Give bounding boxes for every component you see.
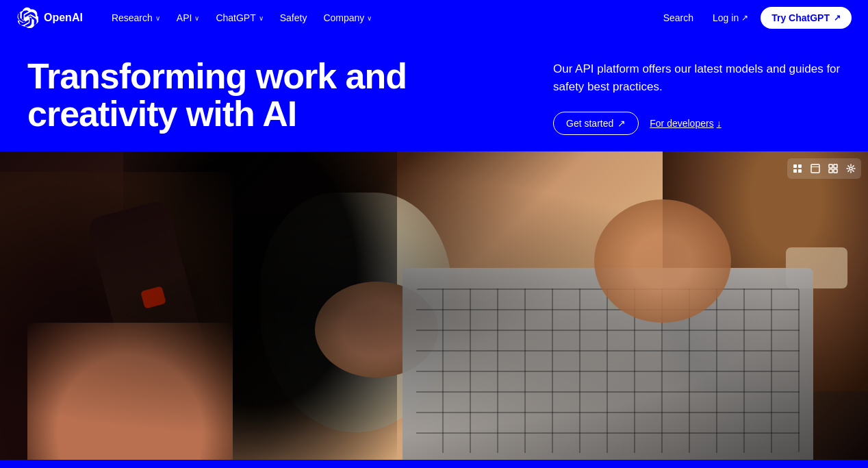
toolbar-icon-settings[interactable] [843,161,858,176]
toolbar-icon-3[interactable] [826,161,841,176]
svg-rect-9 [834,169,837,173]
svg-rect-3 [798,169,802,173]
hero-section: Transforming work and creativity with AI… [0,36,868,151]
overlay [0,151,868,460]
login-button[interactable]: Log in ↗ [706,8,755,27]
hero-right: Our API platform offers our latest model… [553,58,841,135]
nav-company[interactable]: Company ∨ [316,8,379,27]
api-chevron-icon: ∨ [194,14,199,22]
svg-rect-4 [811,164,819,173]
cta-arrow-icon: ↗ [834,13,841,23]
search-button[interactable]: Search [656,8,700,27]
chatgpt-chevron-icon: ∨ [259,14,264,22]
hero-buttons: Get started ↗ For developers ↓ [553,112,841,135]
hero-image [0,151,868,460]
hero-description: Our API platform offers our latest model… [553,60,841,95]
window-icon [810,164,820,173]
svg-rect-6 [829,164,832,168]
settings-icon [846,164,856,173]
grid-icon [793,164,802,173]
for-developers-button[interactable]: For developers ↓ [650,118,721,129]
svg-rect-7 [834,164,837,168]
toolbar-icon-1[interactable] [790,161,805,176]
right-hand [594,199,731,323]
get-started-button[interactable]: Get started ↗ [553,112,639,135]
brand-name: OpenAI [44,12,83,24]
get-started-arrow-icon: ↗ [617,118,626,129]
svg-rect-2 [793,169,797,173]
openai-logo-icon [16,7,38,29]
nav-right: Search Log in ↗ Try ChatGPT ↗ [656,7,852,29]
developers-arrow-icon: ↓ [717,118,722,129]
toolbar-icon-2[interactable] [808,161,823,176]
try-chatgpt-button[interactable]: Try ChatGPT ↗ [761,7,852,29]
hero-title: Transforming work and creativity with AI [27,58,512,132]
hero-image-container [0,151,868,460]
login-arrow-icon: ↗ [741,13,748,23]
svg-rect-8 [829,169,832,173]
nav-safety[interactable]: Safety [273,8,314,27]
image-toolbar [787,158,861,179]
hero-left: Transforming work and creativity with AI [27,58,512,132]
svg-rect-1 [798,164,802,168]
svg-point-10 [850,167,852,170]
company-chevron-icon: ∨ [367,14,372,22]
expand-icon [828,164,838,173]
nav-api[interactable]: API ∨ [170,8,207,27]
navbar: OpenAI Research ∨ API ∨ ChatGPT ∨ Safety… [0,0,868,36]
logo[interactable]: OpenAI [16,7,83,29]
nav-chatgpt[interactable]: ChatGPT ∨ [209,8,270,27]
nav-research[interactable]: Research ∨ [105,8,167,27]
research-chevron-icon: ∨ [155,14,160,22]
nav-links: Research ∨ API ∨ ChatGPT ∨ Safety Compan… [105,8,656,27]
svg-rect-0 [793,164,797,168]
